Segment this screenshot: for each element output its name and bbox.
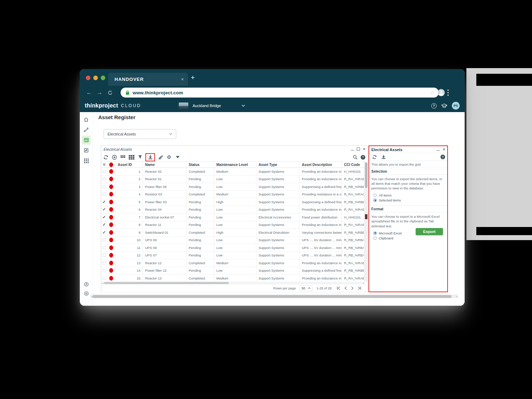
table-row[interactable]: 11 UPS 08 Pending Low Support Systems UP… xyxy=(101,244,365,252)
column-header[interactable]: Name xyxy=(143,162,187,167)
table-compact-icon[interactable] xyxy=(120,154,126,160)
radio-selected-items[interactable]: Selected items xyxy=(373,198,447,202)
refresh-icon[interactable] xyxy=(371,154,377,160)
grid-help-icon[interactable]: ? xyxy=(361,155,365,160)
add-record-icon[interactable] xyxy=(111,154,117,160)
export-button[interactable]: Export xyxy=(416,228,443,235)
forward-icon[interactable]: → xyxy=(97,90,102,95)
row-checkbox[interactable]: ✓ xyxy=(101,198,107,206)
project-selector[interactable]: Auckland Bridge xyxy=(179,102,245,109)
grid-vertical-scrollbar[interactable] xyxy=(364,162,367,282)
select-all-header[interactable]: ≡ xyxy=(101,162,107,167)
close-window-button[interactable] xyxy=(86,76,90,80)
page-horizontal-scrollbar[interactable]: ◂ ▸ xyxy=(90,294,458,298)
column-header[interactable]: Status xyxy=(187,162,214,167)
table-row[interactable]: 1 Reactor 02 Completed Medium Support Sy… xyxy=(101,168,365,176)
column-header[interactable]: Asset ID xyxy=(116,162,143,167)
checkbox-empty[interactable] xyxy=(102,193,106,196)
zoom-window-button[interactable] xyxy=(101,76,105,80)
radio-icon[interactable] xyxy=(373,232,377,235)
row-checkbox[interactable] xyxy=(101,244,107,251)
table-expanded-icon[interactable] xyxy=(128,154,134,160)
check-icon[interactable]: ✓ xyxy=(102,207,106,211)
edit-pencils-icon[interactable] xyxy=(157,154,164,160)
row-checkbox[interactable] xyxy=(101,252,107,259)
next-page-icon[interactable] xyxy=(351,287,354,290)
grid-horizontal-scrollbar[interactable]: ◂ ▸ xyxy=(101,282,365,284)
maximize-icon[interactable] xyxy=(357,148,360,151)
help-icon[interactable]: ? xyxy=(440,155,445,159)
address-bar[interactable]: www.thinkproject.com ☆ xyxy=(121,88,439,98)
table-row[interactable]: ✓ 9 Switchboard 01 Completed High Electr… xyxy=(101,229,365,237)
radio-icon[interactable] xyxy=(373,237,377,240)
row-checkbox[interactable] xyxy=(101,275,107,281)
prev-page-icon[interactable] xyxy=(344,287,347,290)
row-checkbox[interactable] xyxy=(101,183,107,190)
check-icon[interactable]: ✓ xyxy=(102,215,106,219)
checkbox-empty[interactable] xyxy=(102,177,106,181)
scroll-right-arrow[interactable]: ▸ xyxy=(362,282,365,284)
checkbox-empty[interactable] xyxy=(102,254,106,257)
checkbox-empty[interactable] xyxy=(102,269,106,272)
check-icon[interactable]: ✓ xyxy=(102,200,106,204)
user-avatar[interactable]: PS xyxy=(452,102,460,110)
settings-gear-icon[interactable]: ⚙ xyxy=(166,154,172,160)
browser-tab[interactable]: HANDOVER × xyxy=(108,73,188,86)
rows-per-page-select[interactable]: 50 xyxy=(300,286,312,291)
table-row[interactable]: ✓ 5 Power filter 03 Pending High Support… xyxy=(101,198,365,206)
sidebar-item-asset-register[interactable] xyxy=(82,135,91,145)
register-dropdown[interactable]: Electrical Assets xyxy=(104,129,176,139)
sidebar-item-apps[interactable] xyxy=(82,156,91,165)
checkbox-empty[interactable] xyxy=(102,185,106,188)
sidebar-item-workflows[interactable] xyxy=(82,125,91,134)
checkbox-empty[interactable] xyxy=(102,261,106,265)
column-header[interactable]: Asset Description xyxy=(300,162,342,167)
row-checkbox[interactable] xyxy=(101,267,107,275)
table-row[interactable]: ✓ 8 Reactor 11 Pending Low Support Syste… xyxy=(101,221,365,229)
row-checkbox[interactable] xyxy=(101,259,107,267)
window-traffic-lights[interactable] xyxy=(86,76,105,80)
row-checkbox[interactable] xyxy=(101,176,107,183)
table-row[interactable]: ✓ 7 Electrical socket 07 Pending Low Ele… xyxy=(101,214,365,221)
radio-all-items[interactable]: All items xyxy=(373,193,447,197)
table-row[interactable]: 14 Power filter 12 Pending Low Support S… xyxy=(101,267,365,275)
check-icon[interactable]: ✓ xyxy=(102,231,106,234)
row-checkbox[interactable]: ✓ xyxy=(101,221,107,229)
table-row[interactable]: 15 Reactor 13 Completed Medium Support S… xyxy=(101,275,365,281)
learning-cap-icon[interactable] xyxy=(441,104,447,108)
sidebar-item-forms[interactable] xyxy=(82,146,91,155)
table-row[interactable]: 12 UPS 07 Pending Low Support Systems UP… xyxy=(101,252,365,260)
scrollbar-thumb[interactable] xyxy=(365,162,367,188)
filter-icon[interactable] xyxy=(137,154,143,160)
row-checkbox[interactable]: ✓ xyxy=(101,206,107,214)
radio-icon[interactable] xyxy=(373,194,377,197)
close-icon[interactable]: × xyxy=(443,148,445,151)
sidebar-item-home[interactable] xyxy=(82,115,91,124)
search-icon[interactable] xyxy=(353,155,358,160)
back-icon[interactable]: ← xyxy=(86,90,92,95)
new-tab-button[interactable]: + xyxy=(191,74,195,82)
scrollbar-thumb[interactable] xyxy=(104,282,229,284)
column-header[interactable]: Asset Type xyxy=(256,162,300,167)
column-header[interactable]: Maintenance Level xyxy=(214,162,256,167)
scrollbar-thumb[interactable] xyxy=(93,295,451,298)
tab-close-icon[interactable]: × xyxy=(181,77,184,82)
scroll-right-arrow[interactable]: ▸ xyxy=(456,295,458,298)
more-caret-icon[interactable] xyxy=(174,154,181,160)
checkbox-empty[interactable] xyxy=(102,246,106,249)
row-checkbox[interactable]: ✓ xyxy=(101,229,107,236)
table-row[interactable]: 13 Reactor 12 Completed Medium Support S… xyxy=(101,259,365,267)
minimize-icon[interactable] xyxy=(351,148,354,150)
sidebar-item-admin-settings[interactable] xyxy=(84,291,89,296)
table-row[interactable]: 4 Resistor 03 Completed Medium Support S… xyxy=(101,191,365,199)
radio-icon[interactable] xyxy=(373,199,377,202)
minimize-icon[interactable] xyxy=(437,148,440,151)
minimize-window-button[interactable] xyxy=(93,76,98,80)
close-icon[interactable]: × xyxy=(363,147,366,151)
refresh-icon[interactable] xyxy=(103,154,109,160)
table-row[interactable]: 2 Reactor 01 Pending Low Support Systems… xyxy=(101,176,365,183)
browser-menu-icon[interactable]: ••• xyxy=(447,89,449,96)
table-row[interactable]: 10 UPS 09 Pending Low Support Systems UP… xyxy=(101,237,365,244)
row-checkbox[interactable]: ✓ xyxy=(101,214,107,221)
browser-profile-avatar[interactable] xyxy=(438,89,445,96)
